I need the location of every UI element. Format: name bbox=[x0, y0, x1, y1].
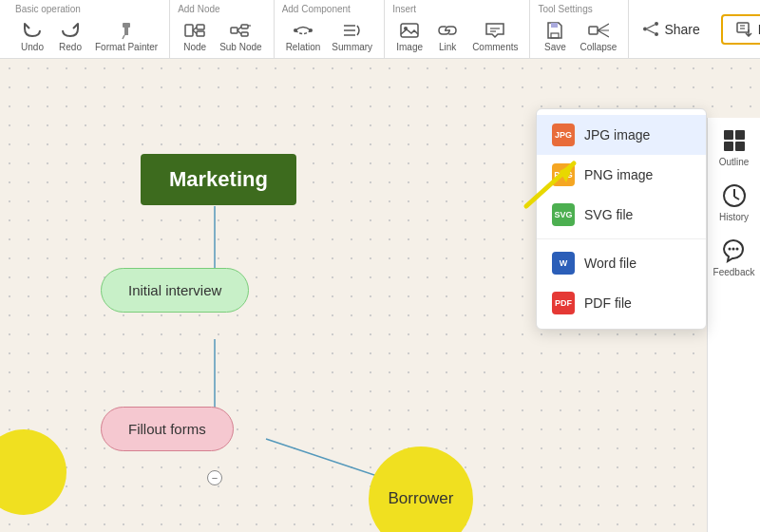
export-word-label: Word file bbox=[584, 256, 636, 271]
svg-rect-32 bbox=[737, 23, 749, 32]
export-icon bbox=[736, 22, 753, 37]
svg-point-14 bbox=[294, 28, 297, 32]
summary-icon bbox=[342, 20, 363, 41]
comments-button[interactable]: Comments bbox=[468, 18, 522, 54]
group-label-insert: Insert bbox=[392, 4, 416, 14]
undo-icon bbox=[22, 20, 43, 41]
comments-icon bbox=[484, 20, 505, 41]
svg-point-45 bbox=[729, 248, 732, 251]
outline-icon bbox=[721, 127, 748, 154]
image-label: Image bbox=[396, 42, 423, 52]
feedback-icon bbox=[720, 238, 747, 264]
node-label: Node bbox=[183, 42, 206, 52]
svg-rect-26 bbox=[589, 27, 598, 34]
svg-point-46 bbox=[732, 248, 735, 251]
panel-history[interactable]: History bbox=[719, 182, 749, 222]
collapse-label: Collapse bbox=[580, 42, 617, 52]
insert-buttons: Image Link Comments bbox=[392, 18, 522, 54]
history-label: History bbox=[719, 212, 749, 222]
redo-button[interactable]: Redo bbox=[53, 18, 87, 54]
jpg-icon: JPG bbox=[552, 124, 575, 146]
svg-line-2 bbox=[123, 35, 124, 39]
svg-rect-19 bbox=[401, 24, 418, 37]
format-painter-icon bbox=[116, 20, 137, 41]
history-icon bbox=[721, 182, 748, 209]
export-jpg-item[interactable]: JPG JPG image bbox=[537, 115, 706, 155]
summary-button[interactable]: Summary bbox=[328, 18, 376, 54]
svg-point-29 bbox=[643, 27, 647, 30]
export-png-label: PNG image bbox=[584, 167, 653, 182]
collapse-dot-fillout[interactable]: − bbox=[207, 470, 222, 485]
relation-label: Relation bbox=[286, 42, 321, 52]
addcomponent-buttons: Relation Summary bbox=[282, 18, 377, 54]
group-label-addnode: Add Node bbox=[178, 4, 219, 14]
sub-node-label: Sub Node bbox=[219, 42, 261, 52]
share-label: Share bbox=[664, 22, 699, 37]
export-divider bbox=[537, 238, 706, 239]
comments-label: Comments bbox=[472, 42, 518, 52]
redo-label: Redo bbox=[59, 42, 82, 52]
panel-feedback[interactable]: Feedback bbox=[713, 238, 755, 277]
redo-icon bbox=[60, 20, 81, 41]
image-icon bbox=[399, 20, 420, 41]
share-icon bbox=[642, 22, 659, 37]
svg-line-30 bbox=[647, 25, 655, 28]
svg-marker-48 bbox=[560, 163, 574, 182]
svg-rect-38 bbox=[724, 130, 733, 140]
collapse-button[interactable]: Collapse bbox=[576, 18, 620, 54]
basic-buttons: Undo Redo Format Painter bbox=[15, 18, 162, 54]
node-yellow-left[interactable] bbox=[0, 429, 66, 515]
relation-button[interactable]: Relation bbox=[282, 18, 325, 54]
feedback-label: Feedback bbox=[713, 267, 755, 277]
svg-rect-9 bbox=[241, 25, 248, 28]
panel-outline[interactable]: Outline bbox=[719, 127, 750, 167]
yellow-arrow-annotation bbox=[517, 154, 574, 211]
toolbar: Basic operation Undo Redo Format Painter bbox=[0, 0, 760, 59]
link-label: Link bbox=[439, 42, 456, 52]
export-jpg-label: JPG image bbox=[584, 127, 650, 142]
svg-line-44 bbox=[734, 197, 739, 200]
pdf-icon: PDF bbox=[552, 292, 575, 314]
svg-rect-3 bbox=[185, 25, 193, 36]
export-pdf-label: PDF file bbox=[584, 295, 632, 311]
svg-rect-0 bbox=[123, 23, 130, 28]
group-label-addcomponent: Add Component bbox=[282, 4, 351, 14]
node-initial-interview[interactable]: Initial interview bbox=[101, 268, 249, 313]
export-svg-label: SVG file bbox=[584, 207, 633, 222]
save-icon bbox=[544, 20, 565, 41]
toolbar-group-addnode: Add Node Node Sub Node bbox=[170, 0, 274, 58]
node-button[interactable]: Node bbox=[178, 18, 212, 54]
svg-point-47 bbox=[736, 248, 739, 251]
svg-rect-10 bbox=[241, 32, 248, 36]
svg-point-15 bbox=[309, 28, 313, 32]
share-button[interactable]: Share bbox=[629, 16, 712, 43]
toolsettings-buttons: Save Collapse bbox=[538, 18, 620, 54]
word-icon: W bbox=[552, 252, 575, 275]
group-label-toolsettings: Tool Settings bbox=[538, 4, 592, 14]
format-painter-button[interactable]: Format Painter bbox=[91, 18, 162, 54]
node-icon bbox=[184, 20, 205, 41]
svg-rect-25 bbox=[551, 23, 558, 28]
format-painter-label: Format Painter bbox=[95, 42, 158, 52]
node-fillout-forms[interactable]: Fillout forms bbox=[101, 407, 234, 451]
export-word-item[interactable]: W Word file bbox=[537, 243, 706, 283]
link-button[interactable]: Link bbox=[430, 18, 465, 54]
toolbar-group-basic: Basic operation Undo Redo Format Painter bbox=[8, 0, 170, 58]
node-marketing[interactable]: Marketing bbox=[141, 154, 296, 205]
node-borrower[interactable]: Borrower bbox=[369, 446, 473, 532]
toolbar-group-toolsettings: Tool Settings Save Collapse bbox=[530, 0, 629, 58]
link-icon bbox=[437, 20, 458, 41]
sub-node-button[interactable]: Sub Node bbox=[216, 18, 265, 54]
svg-line-31 bbox=[647, 29, 655, 33]
export-button[interactable]: Export bbox=[721, 14, 760, 45]
toolbar-group-insert: Insert Image Link Comments bbox=[385, 0, 530, 58]
image-button[interactable]: Image bbox=[392, 18, 427, 54]
canvas: Marketing Initial interview Fillout form… bbox=[0, 59, 760, 532]
save-label: Save bbox=[544, 42, 566, 52]
export-pdf-item[interactable]: PDF PDF file bbox=[537, 283, 706, 323]
undo-button[interactable]: Undo bbox=[15, 18, 49, 54]
save-button[interactable]: Save bbox=[538, 18, 572, 54]
toolbar-group-addcomponent: Add Component Relation Summary bbox=[275, 0, 386, 58]
svg-rect-41 bbox=[735, 142, 745, 151]
sub-node-icon bbox=[230, 20, 251, 41]
